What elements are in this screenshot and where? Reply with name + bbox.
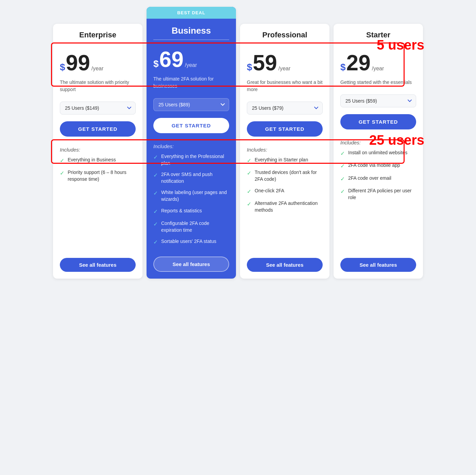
feature-item: ✓ Everything in Starter plan [247, 157, 323, 164]
includes-label-enterprise: Includes: [60, 147, 136, 153]
pricing-wrapper: 5 users 25 users Enterprise $ 99 /year T… [51, 7, 425, 279]
price-period-starter: /year [372, 66, 384, 72]
price-period-business: /year [185, 62, 197, 68]
feature-item: ✓ 2FA code over email [340, 175, 416, 183]
plan-divider-professional [247, 43, 323, 43]
includes-label-professional: Includes: [247, 147, 323, 153]
feature-text: Different 2FA policies per user role [348, 188, 416, 201]
check-icon: ✓ [153, 208, 158, 215]
plan-card-enterprise: Enterprise $ 99 /year The ultimate solut… [53, 24, 142, 279]
feature-text: Everything in Starter plan [255, 157, 308, 163]
check-icon: ✓ [153, 154, 158, 161]
plan-description-business: The ultimate 2FA solution for businesses [147, 75, 236, 95]
price-amount-business: 69 [159, 49, 184, 70]
feature-text: Trusted devices (don't ask for 2FA code) [255, 169, 323, 182]
plan-card-professional: Professional $ 59 /year Great for busine… [240, 24, 329, 279]
plan-name-business: Business [153, 25, 229, 36]
feature-item: ✓ Alternative 2FA authentication methods [247, 200, 323, 213]
plan-header-enterprise: Enterprise [53, 24, 142, 43]
plan-divider-enterprise [60, 43, 136, 43]
feature-item: ✓ 2FA over SMS and push notification [153, 171, 229, 184]
plan-header-business: Business [147, 19, 236, 39]
feature-text: 2FA code over email [348, 175, 391, 182]
best-deal-badge: BEST DEAL [147, 7, 236, 19]
includes-section-professional: Includes: ✓ Everything in Starter plan ✓… [240, 143, 329, 251]
price-section-starter: $ 29 /year [334, 47, 423, 79]
feature-item: ✓ Everything in the Professional plan [153, 153, 229, 166]
plan-header-professional: Professional [240, 24, 329, 43]
feature-item: ✓ Reports & statistics [153, 208, 229, 215]
users-select-enterprise[interactable]: 25 Users ($149) 5 Users ($99) 10 Users (… [60, 102, 136, 115]
check-icon: ✓ [340, 150, 345, 157]
feature-item: ✓ Configurable 2FA code expiration time [153, 220, 229, 233]
feature-item: ✓ Priority support (6 – 8 hours response… [60, 169, 136, 182]
see-all-button-enterprise[interactable]: See all features [60, 258, 136, 272]
see-all-button-professional[interactable]: See all features [247, 258, 323, 272]
check-icon: ✓ [60, 157, 64, 164]
feature-text: Reports & statistics [161, 208, 202, 214]
users-select-wrapper-professional: 25 Users ($79) 5 Users ($59) 10 Users ($… [240, 98, 329, 120]
feature-item: ✓ One-click 2FA [247, 188, 323, 195]
feature-item: ✓ Different 2FA policies per user role [340, 188, 416, 201]
check-icon: ✓ [153, 221, 158, 228]
plan-header-starter: Starter [334, 24, 423, 43]
users-select-wrapper-starter: 25 Users ($59) 5 Users ($29) 10 Users ($… [334, 91, 423, 112]
feature-text: One-click 2FA [255, 188, 284, 194]
feature-text: 2FA over SMS and push notification [161, 171, 229, 184]
feature-text: Priority support (6 – 8 hours response t… [68, 169, 136, 182]
users-select-starter[interactable]: 25 Users ($59) 5 Users ($29) 10 Users ($… [340, 94, 416, 107]
feature-text: Sortable users' 2FA status [161, 238, 216, 245]
feature-list-business: ✓ Everything in the Professional plan ✓ … [153, 153, 229, 246]
check-icon: ✓ [340, 162, 345, 170]
plan-name-enterprise: Enterprise [60, 31, 136, 39]
price-period-professional: /year [278, 66, 291, 72]
see-all-button-starter[interactable]: See all features [340, 258, 416, 272]
plan-description-starter: Getting started with the essentials [334, 79, 423, 91]
price-amount-professional: 59 [253, 52, 277, 74]
plan-name-starter: Starter [340, 31, 416, 39]
price-amount-starter: 29 [346, 52, 371, 74]
price-dollar-professional: $ [247, 62, 252, 73]
check-icon: ✓ [247, 200, 251, 208]
price-section-professional: $ 59 /year [240, 47, 329, 79]
get-started-button-starter[interactable]: GET STARTED [340, 114, 416, 129]
users-select-professional[interactable]: 25 Users ($79) 5 Users ($59) 10 Users ($… [247, 102, 323, 115]
feature-list-professional: ✓ Everything in Starter plan ✓ Trusted d… [247, 157, 323, 213]
feature-item: ✓ Install on unlimited websites [340, 149, 416, 157]
feature-text: Install on unlimited websites [348, 149, 407, 156]
feature-text: Configurable 2FA code expiration time [161, 220, 229, 233]
users-select-business[interactable]: 25 Users ($89) 5 Users ($69) 10 Users ($… [153, 98, 229, 111]
price-dollar-starter: $ [340, 62, 346, 73]
check-icon: ✓ [340, 175, 345, 183]
plan-name-professional: Professional [247, 31, 323, 39]
get-started-button-professional[interactable]: GET STARTED [247, 121, 323, 137]
includes-section-starter: Includes: ✓ Install on unlimited website… [334, 136, 423, 251]
includes-label-starter: Includes: [340, 140, 416, 145]
pricing-plans-container: Enterprise $ 99 /year The ultimate solut… [51, 7, 425, 279]
check-icon: ✓ [153, 190, 158, 197]
feature-text: 2FA code via mobile app [348, 162, 400, 169]
check-icon: ✓ [340, 188, 345, 195]
feature-item: ✓ Everything in Business [60, 157, 136, 164]
get-started-button-business[interactable]: GET STARTED [153, 118, 229, 133]
feature-list-enterprise: ✓ Everything in Business ✓ Priority supp… [60, 157, 136, 183]
feature-list-starter: ✓ Install on unlimited websites ✓ 2FA co… [340, 149, 416, 201]
feature-text: Everything in the Professional plan [161, 153, 229, 166]
check-icon: ✓ [60, 170, 64, 177]
check-icon: ✓ [247, 170, 251, 177]
price-period-enterprise: /year [91, 66, 104, 72]
check-icon: ✓ [247, 157, 251, 164]
check-icon: ✓ [153, 239, 158, 246]
plan-card-business: BEST DEAL Business $ 69 /year The ultima… [147, 7, 236, 279]
plan-card-starter: Starter $ 29 /year Getting started with … [334, 24, 423, 279]
price-section-enterprise: $ 99 /year [53, 47, 142, 79]
price-dollar-business: $ [153, 58, 159, 69]
get-started-button-enterprise[interactable]: GET STARTED [60, 121, 136, 137]
feature-text: Alternative 2FA authentication methods [255, 200, 323, 213]
users-select-wrapper-business: 25 Users ($89) 5 Users ($69) 10 Users ($… [147, 95, 236, 116]
price-display-starter: $ 29 /year [340, 52, 416, 74]
users-select-wrapper-enterprise: 25 Users ($149) 5 Users ($99) 10 Users (… [53, 98, 142, 120]
see-all-button-business[interactable]: See all features [153, 257, 229, 272]
plan-divider-business [153, 39, 229, 40]
feature-text: Everything in Business [68, 157, 116, 163]
